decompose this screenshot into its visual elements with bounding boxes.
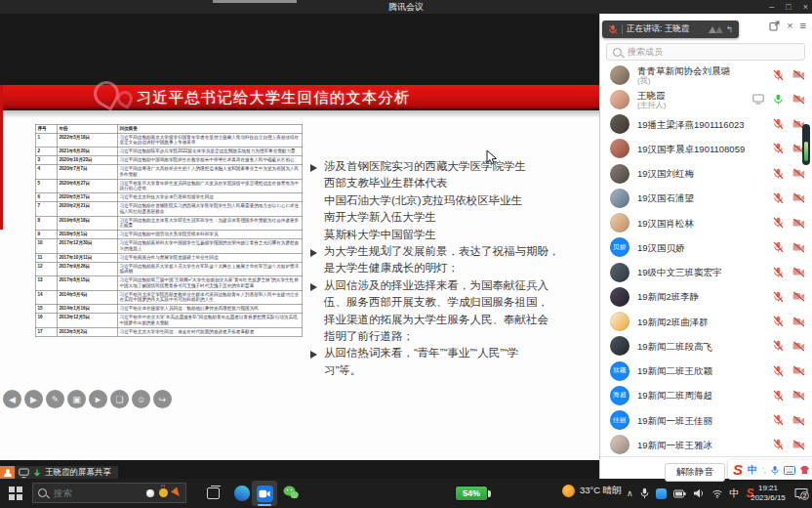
speaker-icon[interactable] — [693, 488, 705, 498]
member-row[interactable]: 欣颖 19新闻二班王欣颖 — [600, 359, 812, 383]
member-row[interactable]: 贝娇 19汉国贝娇 — [600, 235, 812, 260]
scrollbar-thumb[interactable] — [802, 124, 810, 165]
camera-off-icon[interactable] — [792, 341, 805, 352]
reaction-button[interactable]: ☺ — [132, 390, 150, 408]
col-header-index: 序号 — [35, 124, 57, 133]
mic-muted-icon[interactable] — [773, 192, 784, 204]
task-view-icon[interactable] — [207, 487, 220, 499]
member-row[interactable]: 19新闻2班李静 — [600, 284, 812, 309]
bullet-marker-icon — [310, 345, 324, 379]
camera-off-icon[interactable] — [792, 365, 805, 376]
member-name: 19汉国石浦望 — [637, 192, 694, 203]
avatar: 佳丽 — [610, 410, 629, 430]
mic-muted-icon[interactable] — [773, 143, 784, 154]
voice-input-icon[interactable] — [771, 465, 779, 476]
mic-muted-icon[interactable] — [773, 365, 784, 377]
clock-time: 19:21 — [746, 484, 791, 493]
skin-icon[interactable] — [800, 466, 809, 474]
member-row[interactable]: 佳丽 19新闻一班王佳丽 — [600, 408, 812, 433]
ime-indicator[interactable]: 中 — [730, 487, 740, 500]
mic-muted-icon[interactable] — [773, 267, 784, 278]
record-button[interactable]: ► — [89, 390, 107, 408]
camera-off-icon[interactable] — [792, 168, 805, 179]
mic-muted-icon[interactable] — [773, 217, 784, 229]
wechat-icon[interactable] — [283, 486, 299, 503]
popout-icon[interactable] — [769, 21, 780, 31]
member-row[interactable]: 19播主梁泽燕1901116023 — [600, 112, 812, 137]
member-row[interactable]: 19新闻2班曲泽群 — [600, 310, 812, 334]
next-page-button[interactable]: ▶ — [24, 390, 43, 408]
mic-muted-icon[interactable] — [773, 241, 784, 253]
weather-widget[interactable]: 33°C 晴朗 — [562, 485, 622, 497]
member-search-input[interactable] — [626, 46, 798, 58]
annotate-pen-button[interactable]: ✎ — [46, 390, 64, 408]
ime-mode-label[interactable]: 中 — [748, 463, 757, 477]
camera-off-icon[interactable] — [792, 192, 805, 203]
mic-muted-icon[interactable] — [773, 316, 784, 327]
sogou-logo[interactable]: S — [733, 461, 743, 479]
edge-browser-icon[interactable] — [234, 486, 250, 501]
bullet-item: 为大学生规划了发展前景，表达了祝福与期盼，是大学生健康成长的明灯； — [310, 243, 599, 277]
tray-expand-icon[interactable]: ∧ — [627, 488, 633, 498]
battery-icon[interactable] — [673, 489, 686, 498]
camera-off-icon[interactable] — [792, 242, 805, 253]
member-row[interactable]: 19汉国李晨卓1901108059 — [600, 137, 812, 161]
mic-muted-icon[interactable] — [773, 340, 784, 352]
camera-off-icon[interactable] — [792, 267, 805, 277]
member-row[interactable]: 19级中文三班窦宏宇 — [600, 260, 812, 284]
prev-page-button[interactable]: ◀ — [3, 390, 21, 408]
member-row[interactable]: 19汉国刘红梅 — [600, 161, 812, 186]
camera-off-icon[interactable] — [792, 390, 805, 401]
member-row[interactable]: 青青草新闻协会刘晨璐 (我) — [600, 63, 812, 87]
mic-on-icon[interactable] — [773, 94, 784, 106]
notification-center-icon[interactable]: 2 — [794, 487, 808, 504]
mic-muted-icon[interactable] — [773, 118, 784, 130]
keyboard-icon[interactable] — [784, 466, 795, 475]
taskbar-search-input[interactable] — [52, 487, 142, 499]
screenshot-button[interactable]: ▣ — [67, 390, 86, 408]
member-row[interactable]: 19汉国石浦望 — [600, 186, 812, 210]
member-name: 19新闻一班王雅冰 — [637, 440, 712, 450]
camera-off-icon[interactable] — [792, 440, 805, 450]
member-search-box[interactable] — [606, 43, 805, 61]
mic-muted-icon[interactable] — [773, 168, 784, 180]
camera-off-icon[interactable] — [792, 69, 805, 80]
member-row[interactable]: 王晓霞 (主持人) — [600, 87, 812, 111]
panel-menu-icon[interactable]: ≡ — [800, 20, 806, 31]
battery-widget[interactable]: 54% — [455, 486, 491, 501]
camera-off-icon[interactable] — [792, 317, 805, 327]
close-icon[interactable]: × — [803, 0, 808, 14]
share-button[interactable]: ↪ — [153, 390, 172, 408]
mic-muted-icon[interactable] — [773, 291, 784, 303]
unmute-button[interactable]: 解除静音 — [665, 463, 725, 482]
member-name: 19汉国贝娇 — [637, 242, 685, 253]
mic-muted-icon[interactable] — [773, 439, 784, 450]
mic-muted-icon[interactable] — [773, 414, 784, 426]
maximize-icon[interactable]: □ — [786, 0, 791, 14]
microphone-icon[interactable] — [640, 487, 649, 499]
network-icon[interactable] — [711, 488, 723, 498]
member-row[interactable]: 19汉国肖松林 — [600, 211, 812, 235]
chat-button[interactable]: ❏ — [110, 390, 129, 408]
avatar — [610, 336, 629, 356]
meeting-app-taskbar-tile[interactable] — [252, 481, 277, 506]
member-row[interactable]: 19新闻二班段高飞 — [600, 334, 812, 359]
member-row[interactable]: 海超 19新闻二班周海超 — [600, 383, 812, 407]
search-icon — [38, 488, 47, 497]
punctuation-label[interactable]: ʼ, — [762, 466, 766, 475]
windows-start-icon[interactable] — [9, 487, 22, 500]
taskbar-search[interactable] — [32, 483, 186, 503]
meeting-app-mini-icon[interactable] — [0, 466, 15, 480]
mic-muted-icon[interactable] — [773, 69, 784, 81]
member-row[interactable]: 19新闻一班王雅冰 — [600, 433, 812, 457]
camera-off-icon[interactable] — [792, 415, 805, 426]
camera-off-icon[interactable] — [792, 218, 805, 229]
tray-app-icon[interactable] — [656, 488, 667, 499]
camera-off-icon[interactable] — [792, 94, 805, 105]
camera-off-icon[interactable] — [792, 291, 805, 302]
panel-close-icon[interactable]: × — [787, 20, 792, 31]
mic-muted-icon[interactable] — [773, 390, 784, 402]
minimize-icon[interactable]: – — [769, 0, 774, 14]
taskbar-clock[interactable]: 19:21 2023/6/15 — [746, 484, 791, 503]
avatar: 欣颖 — [610, 361, 629, 381]
